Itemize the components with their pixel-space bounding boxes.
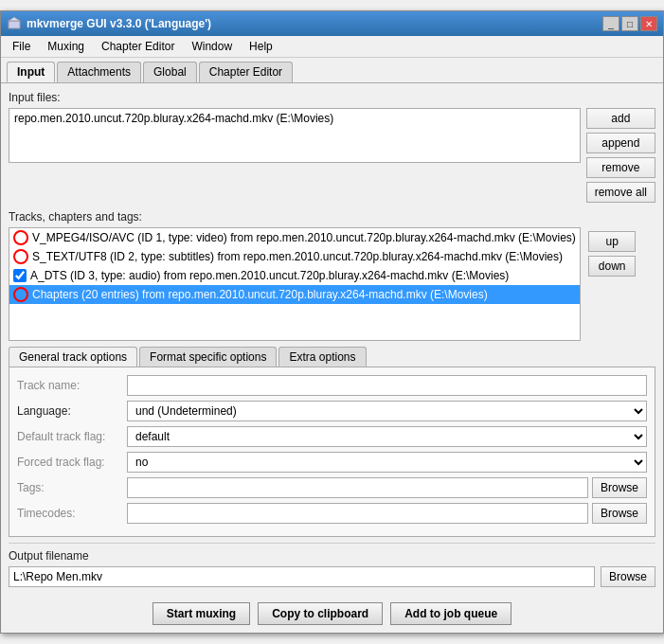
menu-bar: File Muxing Chapter Editor Window Help <box>1 36 663 58</box>
tracks-label: Tracks, chapters and tags: <box>9 210 655 224</box>
track-item-label: Chapters (20 entries) from repo.men.2010… <box>32 288 488 301</box>
main-window: mkvmerge GUI v3.3.0 ('Language') _ □ ✕ F… <box>0 10 664 634</box>
track-options-content: Track name: Language: und (Undetermined)… <box>9 367 655 537</box>
svg-rect-0 <box>9 21 20 28</box>
tags-browse-button[interactable]: Browse <box>592 477 647 498</box>
track-name-row: Track name: <box>17 375 647 396</box>
input-file-value: repo.men.2010.uncut.720p.bluray.x264-mac… <box>14 112 333 125</box>
tab-chapter-editor[interactable]: Chapter Editor <box>199 62 293 82</box>
default-track-label: Default track flag: <box>17 430 121 443</box>
tab-attachments[interactable]: Attachments <box>57 62 141 82</box>
language-label: Language: <box>17 404 121 418</box>
track-item-label: S_TEXT/UTF8 (ID 2, type: subtitles) from… <box>32 250 563 263</box>
timecodes-input-group: Browse <box>127 503 647 524</box>
timecodes-browse-button[interactable]: Browse <box>592 503 647 524</box>
track-name-label: Track name: <box>17 379 121 392</box>
language-select[interactable]: und (Undetermined) <box>127 401 647 421</box>
main-content: Input files: repo.men.2010.uncut.720p.bl… <box>1 83 663 595</box>
app-icon <box>7 16 22 31</box>
close-button[interactable]: ✕ <box>640 16 657 31</box>
add-button[interactable]: add <box>586 108 655 129</box>
timecodes-row: Timecodes: Browse <box>17 503 647 524</box>
add-job-queue-button[interactable]: Add to job queue <box>390 602 511 625</box>
track-name-input[interactable] <box>127 375 647 396</box>
menu-chapter-editor[interactable]: Chapter Editor <box>94 38 182 55</box>
copy-clipboard-button[interactable]: Copy to clipboard <box>258 602 383 625</box>
input-files-label: Input files: <box>9 91 655 104</box>
bottom-buttons: Start muxing Copy to clipboard Add to jo… <box>1 595 663 633</box>
menu-muxing[interactable]: Muxing <box>40 38 92 55</box>
tags-row: Tags: Browse <box>17 477 647 498</box>
track-item[interactable]: S_TEXT/UTF8 (ID 2, type: subtitles) from… <box>9 247 580 266</box>
minimize-button[interactable]: _ <box>602 16 619 31</box>
timecodes-input[interactable] <box>127 503 588 524</box>
tags-input[interactable] <box>127 477 588 498</box>
tab-extra-options[interactable]: Extra options <box>278 347 366 367</box>
menu-help[interactable]: Help <box>242 38 280 55</box>
track-item[interactable]: A_DTS (ID 3, type: audio) from repo.men.… <box>9 266 580 285</box>
input-files-box[interactable]: repo.men.2010.uncut.720p.bluray.x264-mac… <box>9 108 581 163</box>
tab-general-track-options[interactable]: General track options <box>9 347 137 367</box>
output-section: Output filename Browse <box>9 543 655 587</box>
track-checkbox[interactable] <box>13 269 27 282</box>
track-item-label: A_DTS (ID 3, type: audio) from repo.men.… <box>30 269 509 282</box>
output-row: Browse <box>9 566 655 587</box>
input-files-row: repo.men.2010.uncut.720p.bluray.x264-mac… <box>9 108 655 203</box>
track-item[interactable]: V_MPEG4/ISO/AVC (ID 1, type: video) from… <box>9 228 580 247</box>
input-file-buttons: add append remove remove all <box>586 108 655 203</box>
menu-window[interactable]: Window <box>184 38 240 55</box>
main-tab-bar: Input Attachments Global Chapter Editor <box>1 58 663 83</box>
output-filename-input[interactable] <box>9 566 595 587</box>
forced-track-row: Forced track flag: no <box>17 452 647 473</box>
tracks-section: Tracks, chapters and tags: V_MPEG4/ISO/A… <box>9 210 655 341</box>
title-bar-left: mkvmerge GUI v3.3.0 ('Language') <box>7 16 211 31</box>
title-controls: _ □ ✕ <box>602 16 657 31</box>
remove-button[interactable]: remove <box>586 157 655 178</box>
forced-track-select[interactable]: no <box>127 452 647 473</box>
updown-buttons: up down <box>586 227 638 341</box>
title-bar: mkvmerge GUI v3.3.0 ('Language') _ □ ✕ <box>1 11 663 36</box>
tags-label: Tags: <box>17 481 121 494</box>
menu-file[interactable]: File <box>5 38 38 55</box>
append-button[interactable]: append <box>586 133 655 153</box>
timecodes-label: Timecodes: <box>17 507 121 520</box>
output-browse-button[interactable]: Browse <box>601 566 655 587</box>
track-item[interactable]: Chapters (20 entries) from repo.men.2010… <box>9 285 580 304</box>
svg-marker-1 <box>9 17 20 21</box>
tab-global[interactable]: Global <box>143 62 197 82</box>
tab-input[interactable]: Input <box>7 62 55 82</box>
tags-input-group: Browse <box>127 477 647 498</box>
output-label: Output filename <box>9 549 655 563</box>
start-muxing-button[interactable]: Start muxing <box>153 602 250 625</box>
remove-all-button[interactable]: remove all <box>586 182 655 203</box>
language-row: Language: und (Undetermined) <box>17 401 647 421</box>
default-track-select[interactable]: default <box>127 426 647 447</box>
up-button[interactable]: up <box>588 231 637 252</box>
tab-format-specific-options[interactable]: Format specific options <box>139 347 277 367</box>
default-track-row: Default track flag: default <box>17 426 647 447</box>
track-options-tabs: General track options Format specific op… <box>9 347 655 367</box>
track-circle-indicator <box>13 287 28 302</box>
window-title: mkvmerge GUI v3.3.0 ('Language') <box>27 17 211 30</box>
down-button[interactable]: down <box>588 256 637 277</box>
track-item-label: V_MPEG4/ISO/AVC (ID 1, type: video) from… <box>32 231 576 244</box>
track-circle-indicator <box>13 230 28 245</box>
tracks-list: V_MPEG4/ISO/AVC (ID 1, type: video) from… <box>9 228 580 340</box>
forced-track-label: Forced track flag: <box>17 456 121 469</box>
restore-button[interactable]: □ <box>621 16 638 31</box>
track-circle-indicator <box>13 249 28 264</box>
tracks-box: V_MPEG4/ISO/AVC (ID 1, type: video) from… <box>9 227 581 341</box>
